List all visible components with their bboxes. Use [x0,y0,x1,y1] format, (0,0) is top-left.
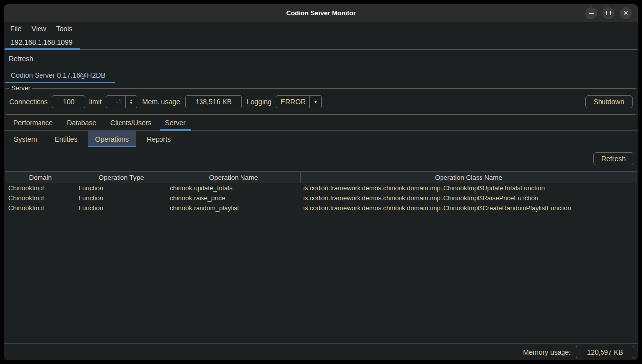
column-header-operation-class-name[interactable]: Operation Class Name [300,172,637,183]
column-header-domain[interactable]: Domain [5,172,76,183]
table-row[interactable]: ChinookImpl Function chinook.random_play… [5,203,637,213]
cell-domain[interactable]: ChinookImpl [5,183,76,193]
cell-operation-name[interactable]: chinook.raise_price [167,193,300,203]
combo-arrow-section[interactable]: ▼ [309,96,321,108]
cell-domain[interactable]: ChinookImpl [5,193,76,203]
server-controls: Connections 100 limit -1 ▲ ▼ Mem. usage … [5,89,637,114]
titlebar: Codion Server Monitor ✕ [4,4,638,22]
limit-value[interactable]: -1 [106,96,125,108]
chevron-down-icon: ▼ [314,100,318,104]
cell-operation-type[interactable]: Function [76,203,167,213]
status-bar: Memory usage: 120,597 KB [4,343,638,360]
cell-operation-type[interactable]: Function [76,183,167,193]
cell-operation-type[interactable]: Function [76,193,167,203]
tab-performance[interactable]: Performance [8,115,58,130]
memory-usage-field: 120,597 KB [576,346,634,358]
maximize-icon [606,11,611,15]
shutdown-button[interactable]: Shutdown [585,95,633,108]
table-row[interactable]: ChinookImpl Function chinook.raise_price… [5,193,637,203]
logging-label: Logging [247,98,272,106]
refresh-menu-item[interactable]: Refresh [4,50,638,68]
server-instance-tab-bar: Codion Server 0.17.16@H2DB [4,68,638,83]
server-group-title: Server [9,84,32,92]
connection-limit-spinner[interactable]: -1 ▲ ▼ [106,95,137,108]
host-tab-bar: 192.168.1.168:1099 [4,35,638,50]
spinner-down-icon[interactable]: ▼ [129,102,133,105]
tab-system[interactable]: System [7,131,44,147]
tab-server[interactable]: Server [160,115,191,130]
maximize-button[interactable] [602,7,614,19]
memory-usage-label: Memory usage: [523,348,571,356]
logging-level-value[interactable]: ERROR [276,96,309,108]
tab-database[interactable]: Database [61,115,102,130]
server-group-box: Server Connections 100 limit -1 ▲ ▼ Mem.… [5,88,637,115]
cell-domain[interactable]: ChinookImpl [5,203,76,213]
tab-entities[interactable]: Entities [48,131,84,147]
connections-field: 100 [52,95,85,108]
mem-usage-label: Mem. usage [142,98,180,106]
cell-operation-name[interactable]: chinook.update_totals [167,183,300,193]
mem-usage-field: 138,516 KB [185,95,242,108]
table-row[interactable]: ChinookImpl Function chinook.update_tota… [5,183,637,193]
limit-label: limit [89,98,102,106]
spinner-arrows[interactable]: ▲ ▼ [125,96,137,108]
window-title: Codion Server Monitor [286,9,356,17]
menu-view[interactable]: View [27,22,51,35]
window-controls: ✕ [585,4,632,22]
table-header-row: Domain Operation Type Operation Name Ope… [5,172,637,183]
menu-bar: File View Tools [4,22,638,35]
tab-host-address[interactable]: 192.168.1.168:1099 [5,35,80,49]
close-icon: ✕ [623,10,629,16]
tab-server-instance[interactable]: Codion Server 0.17.16@H2DB [5,68,115,83]
cell-operation-class-name[interactable]: is.codion.framework.demos.chinook.domain… [300,183,637,193]
operations-toolbar: Refresh [4,147,638,171]
main-tab-bar: Performance Database Clients/Users Serve… [4,115,638,131]
tab-reports[interactable]: Reports [140,131,178,147]
app-window: Codion Server Monitor ✕ File View Tools … [4,4,638,360]
sub-tab-bar: System Entities Operations Reports [4,131,638,147]
tab-clients-users[interactable]: Clients/Users [105,115,157,130]
column-header-operation-type[interactable]: Operation Type [76,172,167,183]
column-header-operation-name[interactable]: Operation Name [167,172,300,183]
close-button[interactable]: ✕ [620,7,632,19]
connections-label: Connections [9,98,48,106]
logging-level-combobox[interactable]: ERROR ▼ [276,95,322,108]
refresh-button[interactable]: Refresh [593,152,634,165]
cell-operation-class-name[interactable]: is.codion.framework.demos.chinook.domain… [300,203,637,213]
menu-tools[interactable]: Tools [51,22,78,35]
cell-operation-class-name[interactable]: is.codion.framework.demos.chinook.domain… [300,193,637,203]
menu-file[interactable]: File [5,22,27,35]
minimize-icon [589,13,594,14]
cell-operation-name[interactable]: chinook.random_playlist [167,203,300,213]
operations-table: Domain Operation Type Operation Name Ope… [5,171,637,340]
minimize-button[interactable] [585,7,597,19]
tab-operations[interactable]: Operations [88,131,136,147]
